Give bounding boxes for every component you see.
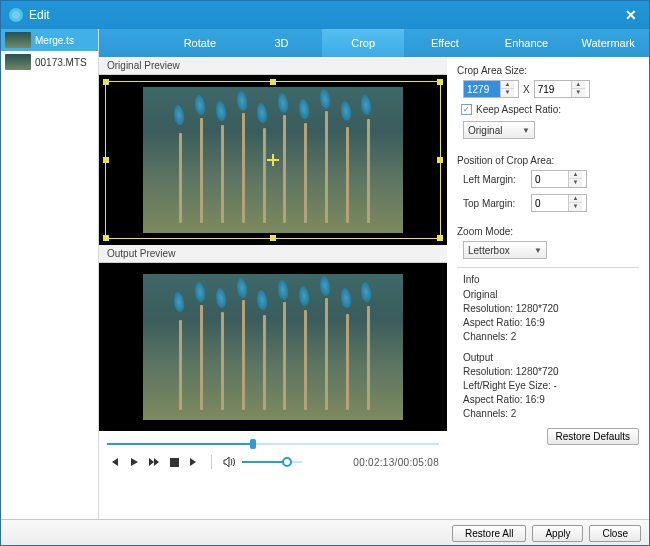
spin-down-icon[interactable]: ▼ xyxy=(569,203,582,211)
left-margin-input[interactable]: ▲▼ xyxy=(531,170,587,188)
crop-size-label: Crop Area Size: xyxy=(457,65,639,76)
video-frame xyxy=(143,274,403,420)
keep-aspect-label: Keep Aspect Ratio: xyxy=(476,104,561,115)
tab-enhance[interactable]: Enhance xyxy=(486,29,568,57)
top-margin-input[interactable]: ▲▼ xyxy=(531,194,587,212)
file-name: 00173.MTS xyxy=(35,57,87,68)
tab-watermark[interactable]: Watermark xyxy=(567,29,649,57)
spin-down-icon[interactable]: ▼ xyxy=(569,179,582,187)
tab-crop[interactable]: Crop xyxy=(322,29,404,57)
tab-bar: Rotate 3D Crop Effect Enhance Watermark xyxy=(99,29,649,57)
chevron-down-icon: ▼ xyxy=(534,246,542,255)
crop-width-input[interactable]: ▲▼ xyxy=(463,80,519,98)
spin-up-icon[interactable]: ▲ xyxy=(501,81,514,89)
zoom-mode-select[interactable]: Letterbox ▼ xyxy=(463,241,547,259)
crop-height-input[interactable]: ▲▼ xyxy=(534,80,590,98)
transport-controls: 00:02:13/00:05:08 xyxy=(99,431,447,471)
play-icon[interactable] xyxy=(127,455,141,469)
seek-slider[interactable] xyxy=(107,437,439,451)
footer: Restore All Apply Close xyxy=(1,519,649,546)
spin-up-icon[interactable]: ▲ xyxy=(569,195,582,203)
apply-button[interactable]: Apply xyxy=(532,525,583,542)
left-margin-field[interactable] xyxy=(532,171,568,187)
sidebar-item-00173[interactable]: 00173.MTS xyxy=(1,51,98,73)
checkbox-icon: ✓ xyxy=(461,104,472,115)
aspect-value: Original xyxy=(468,125,502,136)
window-title: Edit xyxy=(29,8,50,22)
info-original-heading: Original xyxy=(457,289,639,300)
spin-down-icon[interactable]: ▼ xyxy=(501,89,514,97)
info-heading: Info xyxy=(457,274,639,285)
crop-height-field[interactable] xyxy=(535,81,571,97)
output-preview-label: Output Preview xyxy=(99,245,447,263)
info-output-heading: Output xyxy=(457,352,639,363)
file-name: Merge.ts xyxy=(35,35,74,46)
file-thumbnail xyxy=(5,54,31,70)
volume-slider[interactable] xyxy=(242,455,302,469)
app-icon xyxy=(9,8,23,22)
keep-aspect-checkbox[interactable]: ✓ Keep Aspect Ratio: xyxy=(461,104,639,115)
preview-column: Original Preview xyxy=(99,57,447,519)
zoom-mode-value: Letterbox xyxy=(468,245,510,256)
file-thumbnail xyxy=(5,32,31,48)
sidebar-item-merge[interactable]: Merge.ts xyxy=(1,29,98,51)
close-icon[interactable]: ✕ xyxy=(621,7,641,23)
skip-forward-icon[interactable] xyxy=(187,455,201,469)
tab-3d[interactable]: 3D xyxy=(241,29,323,57)
fast-forward-icon[interactable] xyxy=(147,455,161,469)
tab-rotate[interactable]: Rotate xyxy=(159,29,241,57)
spin-up-icon[interactable]: ▲ xyxy=(569,171,582,179)
restore-defaults-button[interactable]: Restore Defaults xyxy=(547,428,639,445)
original-preview[interactable] xyxy=(99,75,447,245)
spin-down-icon[interactable]: ▼ xyxy=(572,89,585,97)
file-sidebar: Merge.ts 00173.MTS xyxy=(1,29,99,519)
volume-icon[interactable] xyxy=(222,455,236,469)
titlebar: Edit ✕ xyxy=(1,1,649,29)
close-button[interactable]: Close xyxy=(589,525,641,542)
top-margin-label: Top Margin: xyxy=(463,198,527,209)
chevron-down-icon: ▼ xyxy=(522,126,530,135)
original-preview-label: Original Preview xyxy=(99,57,447,75)
restore-all-button[interactable]: Restore All xyxy=(452,525,526,542)
spin-up-icon[interactable]: ▲ xyxy=(572,81,585,89)
tab-effect[interactable]: Effect xyxy=(404,29,486,57)
output-preview xyxy=(99,263,447,431)
left-margin-label: Left Margin: xyxy=(463,174,527,185)
time-display: 00:02:13/00:05:08 xyxy=(353,457,439,468)
skip-back-icon[interactable] xyxy=(107,455,121,469)
zoom-mode-label: Zoom Mode: xyxy=(457,226,639,237)
stop-icon[interactable] xyxy=(167,455,181,469)
top-margin-field[interactable] xyxy=(532,195,568,211)
svg-rect-0 xyxy=(170,458,179,467)
aspect-select[interactable]: Original ▼ xyxy=(463,121,535,139)
crop-settings-panel: Crop Area Size: ▲▼ X ▲▼ ✓ Keep Aspect Ra… xyxy=(447,57,649,519)
x-label: X xyxy=(523,84,530,95)
position-label: Position of Crop Area: xyxy=(457,155,639,166)
video-frame xyxy=(143,87,403,233)
crop-width-field[interactable] xyxy=(464,81,500,97)
